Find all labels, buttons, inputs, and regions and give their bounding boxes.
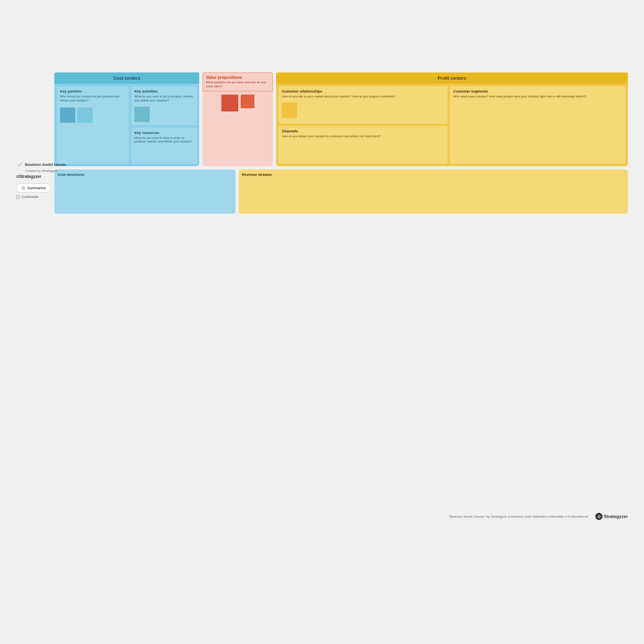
customize-button[interactable]: Customize [16, 195, 39, 199]
revenue-streams-section: Revenue streams [239, 169, 628, 214]
footer-logo: ⊙ Strategyzer [595, 513, 628, 520]
summarize-button[interactable]: Summarize [16, 184, 51, 192]
key-activities-title: Key activities [134, 89, 194, 93]
key-activities-group: Key activities What do you need to do to… [131, 86, 197, 164]
sticky-note[interactable] [60, 107, 75, 123]
customer-segments-title: Customer segments [453, 89, 622, 93]
cost-centers-header: Cost centers [54, 72, 199, 84]
value-propositions-body [202, 91, 273, 166]
brand-title: Business model canvas [25, 163, 66, 167]
svg-rect-1 [17, 196, 19, 198]
revenue-streams-title: Revenue streams [242, 173, 625, 177]
summarize-label: Summarize [27, 186, 46, 190]
customer-relationships-desc: How do you talk to your market about you… [282, 95, 444, 99]
cost-structures-title: Cost structures [58, 173, 232, 177]
key-resources-section: Key resources What do you need to have i… [131, 128, 197, 164]
customer-segments-desc: Who needs your solution? How many people… [453, 95, 622, 99]
footer-text: "Business Model Canvas" by Strategyzer i… [449, 515, 589, 518]
value-propositions-desc: What problems do you have and how do you… [206, 80, 269, 89]
value-propositions-title: Value propositions [206, 75, 269, 80]
channels-desc: How do you deliver your solution to cust… [282, 134, 444, 138]
customer-relationships-title: Customer relationships [282, 89, 444, 93]
key-partners-title: Key partners [60, 89, 126, 93]
customize-icon [16, 195, 20, 199]
sticky-note[interactable] [134, 107, 150, 122]
brand-area: ⟋ Business model canvas Created by Strat… [16, 161, 66, 179]
key-activities-desc: What do you need to do to produce, marke… [134, 95, 194, 103]
channels-section: Channels How do you deliver your solutio… [279, 126, 448, 163]
sticky-note[interactable] [282, 103, 297, 118]
key-partners-section: Key partners Who should be involved as y… [57, 86, 129, 164]
footer-logo-text: Strategyzer [604, 514, 628, 519]
profit-centers-section: Profit centers Customer relationships Ho… [276, 72, 628, 166]
sticky-note[interactable] [77, 107, 93, 123]
key-resources-desc: What do you need to have in order to pro… [134, 136, 194, 144]
cost-structures-section: Cost structures [54, 169, 235, 214]
key-partners-desc: Who should be involved as you produce an… [60, 95, 126, 103]
profit-centers-header: Profit centers [276, 72, 628, 84]
key-activities-section: Key activities What do you need to do to… [131, 86, 197, 125]
key-resources-title: Key resources [134, 131, 194, 135]
channels-title: Channels [282, 129, 444, 133]
brand-subtitle: Created by Strategyzer [25, 169, 66, 173]
strategyzer-footer-icon: ⊙ [595, 513, 603, 520]
strategyzer-logo: ⊙Strategyzer [16, 174, 66, 179]
sticky-note[interactable] [221, 95, 238, 111]
value-propositions-header: Value propositions What problems do you … [202, 72, 273, 91]
value-propositions-section: Value propositions What problems do you … [202, 72, 273, 166]
sticky-note[interactable] [241, 95, 254, 108]
brand-icon: ⟋ [16, 161, 23, 168]
summarize-icon [21, 186, 25, 190]
customer-relationships-section: Customer relationships How do you talk t… [279, 86, 448, 124]
customer-segments-section: Customer segments Who needs your solutio… [450, 86, 625, 164]
cost-centers-section: Cost centers Key partners Who should be … [54, 72, 199, 166]
customize-label: Customize [21, 195, 39, 199]
footer: "Business Model Canvas" by Strategyzer i… [0, 510, 644, 523]
